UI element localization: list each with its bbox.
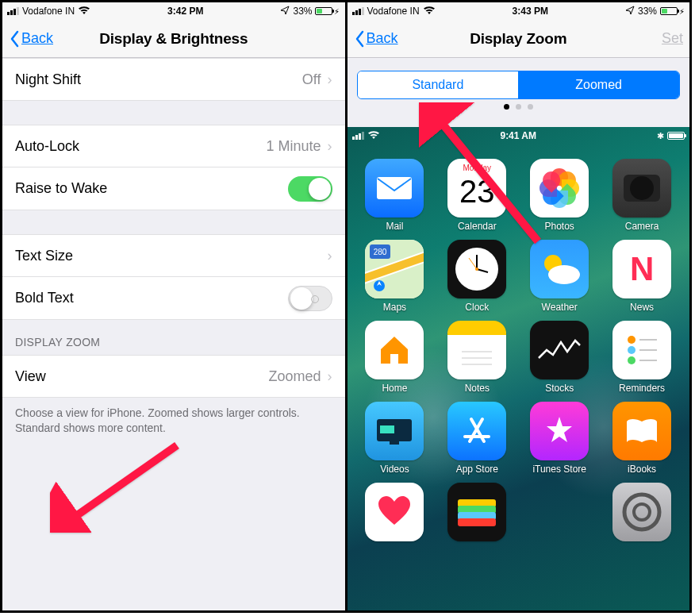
- app-label: Mail: [386, 221, 403, 232]
- location-icon: [280, 6, 290, 17]
- back-button[interactable]: Back: [354, 30, 398, 48]
- svg-rect-23: [390, 441, 399, 445]
- svg-rect-24: [380, 425, 394, 433]
- ibooks-icon: [612, 402, 671, 460]
- home-icon: [365, 321, 424, 379]
- app-home[interactable]: Home: [355, 321, 435, 394]
- svg-point-17: [628, 346, 635, 354]
- row-label: Night Shift: [15, 71, 81, 88]
- svg-rect-1: [377, 177, 412, 199]
- row-value: Off: [302, 71, 321, 88]
- row-label: Bold Text: [15, 290, 74, 306]
- app-label: iBooks: [628, 464, 656, 475]
- svg-point-12: [548, 265, 580, 284]
- maps-icon: 280: [365, 240, 424, 298]
- svg-rect-31: [458, 518, 496, 526]
- wallet-icon: [447, 483, 506, 541]
- app-label: News: [630, 302, 654, 313]
- svg-point-10: [475, 268, 478, 271]
- app-notes[interactable]: Notes: [437, 321, 516, 394]
- row-label: View: [15, 368, 46, 385]
- app-videos[interactable]: Videos: [355, 402, 435, 475]
- app-label: App Store: [456, 464, 498, 475]
- camera-icon: [612, 159, 671, 218]
- stocks-icon: [530, 321, 589, 379]
- mail-icon: [365, 159, 424, 218]
- app-news[interactable]: NNews: [602, 240, 682, 313]
- row-label: Auto-Lock: [15, 138, 79, 155]
- svg-line-0: [66, 445, 177, 523]
- chevron-right-icon: ›: [328, 248, 332, 264]
- app-health[interactable]: [355, 483, 435, 545]
- carrier-label: Vodafone IN: [367, 6, 420, 17]
- svg-line-34: [435, 114, 538, 241]
- settings-icon: [612, 483, 671, 541]
- svg-point-16: [628, 336, 635, 344]
- svg-point-18: [628, 356, 635, 364]
- nav-title: Display Zoom: [348, 30, 690, 48]
- app-reminders[interactable]: Reminders: [602, 321, 682, 394]
- app-stocks[interactable]: Stocks: [520, 321, 599, 394]
- signal-icon: [7, 7, 19, 15]
- chevron-left-icon: [9, 30, 20, 48]
- appstore-icon: [447, 402, 506, 460]
- chevron-right-icon: ›: [328, 368, 332, 385]
- app-itunes[interactable]: iTunes Store: [520, 402, 599, 475]
- wifi-icon: [78, 6, 90, 17]
- signal-icon: [352, 132, 364, 140]
- bluetooth-icon: ✱: [657, 131, 664, 141]
- back-label: Back: [21, 30, 53, 47]
- row-value: 1 Minute: [266, 138, 321, 155]
- app-ibooks[interactable]: iBooks: [602, 402, 682, 475]
- screenshot-display-zoom: Vodafone IN 3:43 PM 33% ⚡︎ Back Display …: [345, 2, 690, 610]
- row-auto-lock[interactable]: Auto-Lock 1 Minute ›: [2, 125, 345, 167]
- app-wallet[interactable]: [437, 483, 516, 545]
- app-camera[interactable]: Camera: [602, 159, 682, 232]
- segment-zoomed[interactable]: Zoomed: [518, 71, 679, 98]
- row-bold-text[interactable]: Bold Text: [2, 277, 345, 320]
- row-night-shift[interactable]: Night Shift Off ›: [2, 58, 345, 101]
- nav-title: Display & Brightness: [2, 30, 345, 48]
- videos-icon: [365, 402, 424, 460]
- reminders-icon: [612, 321, 671, 379]
- battery-icon: ⚡︎: [660, 7, 685, 16]
- raise-to-wake-switch[interactable]: [288, 176, 332, 202]
- health-icon: [365, 483, 424, 541]
- svg-point-33: [634, 504, 650, 520]
- itunes-icon: [530, 402, 589, 460]
- status-bar: Vodafone IN 3:43 PM 33% ⚡︎: [348, 2, 690, 20]
- carrier-label: Vodafone IN: [22, 6, 75, 17]
- app-label: Stocks: [545, 383, 574, 394]
- row-value: Zoomed: [268, 368, 321, 385]
- app-label: Clock: [465, 302, 489, 313]
- chevron-right-icon: ›: [328, 71, 332, 88]
- app-label: iTunes Store: [532, 464, 586, 475]
- wifi-icon: [367, 130, 380, 142]
- chevron-left-icon: [354, 30, 365, 48]
- row-label: Text Size: [15, 248, 73, 264]
- app-settings[interactable]: [602, 483, 682, 545]
- nav-bar: Back Display Zoom Set: [348, 20, 690, 58]
- nav-bar: Back Display & Brightness: [2, 20, 345, 58]
- app-label: Weather: [542, 302, 578, 313]
- svg-text:280: 280: [374, 248, 387, 256]
- wifi-icon: [423, 6, 436, 17]
- app-label: Home: [382, 383, 407, 394]
- app-appstore[interactable]: App Store: [437, 402, 516, 475]
- row-raise-to-wake[interactable]: Raise to Wake: [2, 167, 345, 210]
- battery-icon: [667, 132, 685, 140]
- status-time: 3:42 PM: [167, 6, 203, 17]
- segmented-control: Standard Zoomed: [357, 71, 681, 99]
- svg-point-32: [624, 495, 659, 529]
- row-text-size[interactable]: Text Size ›: [2, 234, 345, 277]
- segment-standard[interactable]: Standard: [358, 71, 519, 98]
- row-view[interactable]: View Zoomed ›: [2, 355, 345, 398]
- signal-icon: [352, 7, 364, 15]
- set-button[interactable]: Set: [662, 30, 683, 47]
- annotation-arrow: [50, 437, 193, 536]
- back-label: Back: [367, 30, 398, 47]
- location-icon: [625, 6, 635, 17]
- status-time: 3:43 PM: [513, 6, 548, 17]
- back-button[interactable]: Back: [9, 30, 53, 48]
- bold-text-switch[interactable]: [288, 286, 332, 311]
